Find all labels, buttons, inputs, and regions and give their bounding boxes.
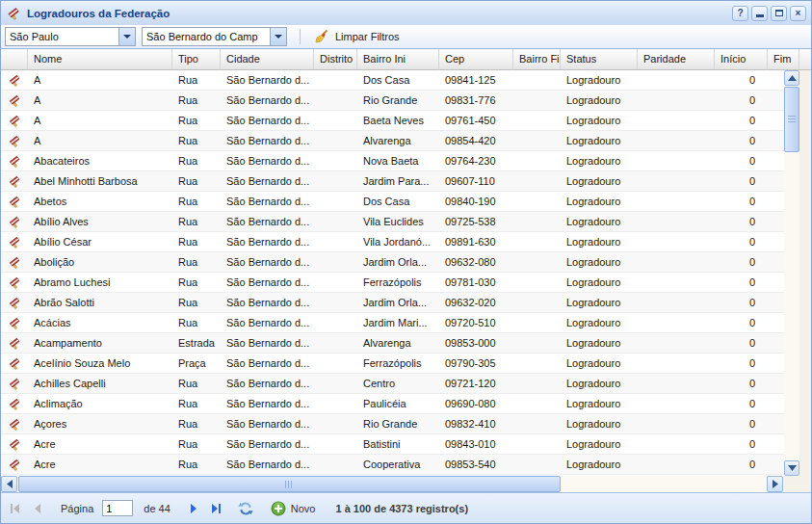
cell-nome: Abílio Alves: [28, 212, 172, 231]
cell-cep: 09764-230: [439, 151, 513, 170]
next-page-button[interactable]: [185, 500, 202, 517]
cell-bairro-ini: Rio Grande: [357, 414, 439, 433]
cell-bairro-fin: [513, 70, 561, 90]
logradouro-icon: [1, 171, 28, 191]
cell-status: Logradouro: [561, 171, 638, 191]
table-row[interactable]: AbetosRuaSão Bernardo d...Dos Casa09840-…: [1, 192, 799, 212]
cell-bairro-ini: Batistini: [357, 434, 439, 454]
horizontal-scrollbar-track[interactable]: [17, 476, 767, 492]
vertical-scrollbar-track[interactable]: [784, 86, 799, 460]
new-record-button[interactable]: Novo: [267, 499, 320, 518]
cell-nome: A: [28, 91, 172, 110]
cell-distrito: [314, 434, 357, 454]
cell-distrito: [314, 151, 357, 170]
cell-cidade: São Bernardo d...: [221, 313, 314, 332]
cell-bairro-ini: Jardim Mari...: [357, 313, 439, 332]
column-header-status[interactable]: Status: [561, 49, 638, 70]
scroll-right-button[interactable]: [767, 476, 783, 492]
minimize-button[interactable]: [751, 6, 768, 21]
cell-status: Logradouro: [561, 333, 638, 353]
cell-cep: 09632-080: [439, 252, 513, 272]
logradouro-icon: [1, 192, 28, 211]
horizontal-scrollbar-thumb[interactable]: [18, 476, 561, 492]
cell-nome: Acácias: [28, 313, 172, 332]
column-header-nome[interactable]: Nome: [28, 49, 172, 70]
cell-inicio: 0: [715, 313, 768, 332]
last-page-button[interactable]: [207, 500, 224, 517]
maximize-button[interactable]: [771, 6, 787, 21]
state-combobox-value: São Paulo: [6, 28, 118, 45]
cell-paridade: [638, 354, 715, 373]
cell-inicio: 0: [715, 192, 768, 211]
column-header-paridade[interactable]: Paridade: [638, 49, 715, 70]
table-row[interactable]: AcampamentoEstradaSão Bernardo d...Alvar…: [1, 333, 799, 354]
cell-nome: Abílio César: [28, 232, 172, 251]
cell-status: Logradouro: [561, 293, 638, 312]
city-combobox[interactable]: São Bernardo do Camp: [142, 27, 287, 46]
cell-inicio: 0: [715, 91, 768, 110]
state-combobox[interactable]: São Paulo: [5, 27, 136, 46]
cell-paridade: [638, 171, 715, 191]
table-row[interactable]: AboliçãoRuaSão Bernardo d...Jardim Orla.…: [1, 252, 799, 273]
cell-paridade: [638, 151, 715, 170]
column-header-distrito[interactable]: Distrito: [314, 49, 357, 70]
first-page-button[interactable]: [7, 500, 24, 517]
table-row[interactable]: AcreRuaSão Bernardo d...Batistini09843-0…: [1, 434, 799, 455]
scroll-left-button[interactable]: [1, 476, 17, 492]
column-header-cep[interactable]: Cep: [439, 49, 513, 70]
vertical-scrollbar-thumb[interactable]: [784, 87, 799, 152]
table-row[interactable]: ARuaSão Bernardo d...Rio Grande09831-776…: [1, 91, 799, 111]
vertical-scrollbar[interactable]: [784, 70, 799, 476]
cell-bairro-ini: Baeta Neves: [357, 111, 439, 130]
previous-page-button[interactable]: [29, 500, 46, 517]
cell-tipo: Rua: [172, 273, 221, 292]
column-header-inicio[interactable]: Início: [715, 49, 768, 70]
close-button[interactable]: ×: [790, 6, 806, 21]
cell-cidade: São Bernardo d...: [221, 434, 314, 454]
chevron-down-icon[interactable]: [118, 28, 135, 45]
table-row[interactable]: AbacateirosRuaSão Bernardo d...Nova Baet…: [1, 151, 799, 171]
cell-inicio: 0: [715, 414, 768, 433]
window-controls: ? ×: [732, 6, 806, 21]
help-button[interactable]: ?: [732, 6, 748, 21]
column-header-cidade[interactable]: Cidade: [221, 49, 314, 70]
table-row[interactable]: Achilles CapelliRuaSão Bernardo d...Cent…: [1, 374, 799, 394]
column-header-tipo[interactable]: Tipo: [172, 49, 221, 70]
page-input[interactable]: [102, 500, 133, 516]
table-row[interactable]: ARuaSão Bernardo d...Alvarenga09854-420L…: [1, 131, 799, 151]
cell-nome: Abacateiros: [28, 151, 172, 170]
cell-bairro-fin: [513, 414, 561, 433]
cell-bairro-ini: Vila Euclides: [357, 212, 439, 231]
cell-cep: 09840-190: [439, 192, 513, 211]
table-row[interactable]: ARuaSão Bernardo d...Dos Casa09841-125Lo…: [1, 70, 799, 91]
cell-distrito: [314, 333, 357, 353]
table-row[interactable]: Abrão SalottiRuaSão Bernardo d...Jardim …: [1, 293, 799, 313]
refresh-button[interactable]: [237, 500, 254, 517]
scroll-down-button[interactable]: [784, 460, 799, 476]
table-row[interactable]: Abramo LuchesiRuaSão Bernardo d...Ferraz…: [1, 273, 799, 293]
table-row[interactable]: AcáciasRuaSão Bernardo d...Jardim Mari..…: [1, 313, 799, 333]
logradouro-icon: [1, 313, 28, 332]
table-row[interactable]: AclimaçãoRuaSão Bernardo d...Paulicéia09…: [1, 394, 799, 414]
clear-filters-button[interactable]: Limpar Filtros: [307, 26, 406, 47]
cell-paridade: [638, 394, 715, 413]
table-row[interactable]: ARuaSão Bernardo d...Baeta Neves09761-45…: [1, 111, 799, 131]
column-header-bairro-fin[interactable]: Bairro Fin: [513, 49, 561, 70]
column-header-fim[interactable]: Fim: [768, 49, 799, 70]
horizontal-scrollbar[interactable]: [1, 476, 783, 492]
column-header-bairro-ini[interactable]: Bairro Ini: [357, 49, 439, 70]
scroll-up-button[interactable]: [784, 70, 799, 86]
cell-bairro-ini: Nova Baeta: [357, 151, 439, 170]
cell-nome: Acre: [28, 434, 172, 454]
page-label: Página: [61, 503, 93, 514]
chevron-down-icon[interactable]: [270, 28, 286, 45]
table-row[interactable]: Acelínio Souza MeloPraçaSão Bernardo d..…: [1, 354, 799, 374]
table-row[interactable]: Abel Minhotti BarbosaRuaSão Bernardo d..…: [1, 171, 799, 192]
cell-paridade: [638, 212, 715, 231]
table-row[interactable]: AçoresRuaSão Bernardo d...Rio Grande0983…: [1, 414, 799, 434]
table-row[interactable]: Abílio CésarRuaSão Bernardo d...Vila Jor…: [1, 232, 799, 252]
cell-tipo: Estrada: [172, 333, 221, 353]
cell-nome: Abel Minhotti Barbosa: [28, 171, 172, 191]
table-row[interactable]: AcreRuaSão Bernardo d...Cooperativa09853…: [1, 455, 799, 475]
table-row[interactable]: Abílio AlvesRuaSão Bernardo d...Vila Euc…: [1, 212, 799, 232]
